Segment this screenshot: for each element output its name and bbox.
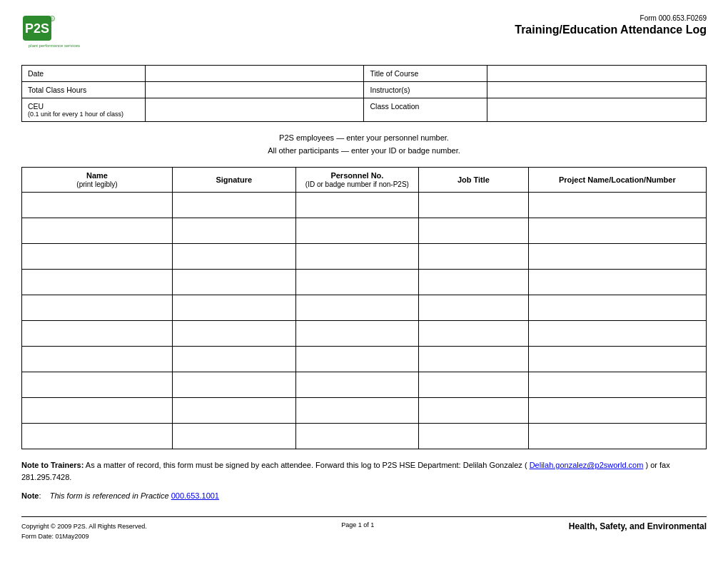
svg-text:®: ® bbox=[51, 17, 54, 21]
footer-page: Page 1 of 1 bbox=[341, 521, 374, 528]
proj-cell bbox=[528, 193, 706, 218]
pers-cell bbox=[295, 295, 419, 321]
proj-cell bbox=[528, 244, 706, 270]
table-row bbox=[22, 398, 707, 424]
name-cell bbox=[22, 347, 173, 372]
job-cell bbox=[419, 372, 528, 398]
job-cell bbox=[419, 244, 528, 270]
proj-cell bbox=[528, 372, 706, 398]
center-line2: All other participants — enter your ID o… bbox=[21, 145, 707, 158]
pers-cell bbox=[295, 193, 419, 218]
footer-center: Page 1 of 1 bbox=[341, 521, 374, 528]
center-line1: P2S employees — enter your personnel num… bbox=[21, 132, 707, 145]
name-cell bbox=[22, 295, 173, 321]
ceu-label: CEU (0.1 unit for every 1 hour of class) bbox=[22, 98, 146, 122]
form-title: Training/Education Attendance Log bbox=[515, 24, 707, 36]
info-table: Date Title of Course Total Class Hours I… bbox=[21, 65, 707, 122]
note-label: Note bbox=[21, 491, 39, 500]
pers-cell bbox=[295, 347, 419, 372]
footer-hse: Health, Safety, and Environmental bbox=[569, 521, 707, 531]
note-trainer-text: As a matter of record, this form must be… bbox=[86, 461, 527, 469]
job-cell bbox=[419, 218, 528, 244]
col-job-header: Job Title bbox=[419, 168, 528, 193]
note-italic-text: This form is referenced in Practice bbox=[50, 491, 171, 500]
class-location-label: Class Location bbox=[364, 98, 487, 122]
p2s-logo-svg: P2S ® plant performance services bbox=[21, 14, 86, 53]
pers-cell bbox=[295, 424, 419, 449]
job-cell bbox=[419, 424, 528, 449]
sig-cell bbox=[172, 270, 295, 295]
name-cell bbox=[22, 398, 173, 424]
center-text: P2S employees — enter your personnel num… bbox=[21, 132, 707, 157]
svg-text:plant performance services: plant performance services bbox=[29, 44, 80, 48]
logo: P2S ® plant performance services bbox=[21, 14, 86, 53]
pers-cell bbox=[295, 218, 419, 244]
class-hours-label: Total Class Hours bbox=[22, 82, 146, 98]
footer-copyright: Copyright © 2009 P2S. All Rights Reserve… bbox=[21, 521, 147, 531]
pers-cell bbox=[295, 321, 419, 347]
svg-text:P2S: P2S bbox=[25, 21, 49, 36]
class-location-value bbox=[487, 98, 707, 122]
date-row: Date Title of Course bbox=[22, 66, 707, 82]
col-name-header: Name (print legibly) bbox=[22, 168, 173, 193]
footer: Copyright © 2009 P2S. All Rights Reserve… bbox=[21, 516, 707, 542]
col-proj-header: Project Name/Location/Number bbox=[528, 168, 706, 193]
name-cell bbox=[22, 270, 173, 295]
sig-cell bbox=[172, 193, 295, 218]
title-label: Title of Course bbox=[364, 66, 487, 82]
date-label: Date bbox=[22, 66, 146, 82]
proj-cell bbox=[528, 270, 706, 295]
name-cell bbox=[22, 193, 173, 218]
job-cell bbox=[419, 270, 528, 295]
sig-cell bbox=[172, 398, 295, 424]
attendance-table: Name (print legibly) Signature Personnel… bbox=[21, 167, 707, 449]
name-cell bbox=[22, 244, 173, 270]
ceu-value bbox=[145, 98, 364, 122]
footer-right: Health, Safety, and Environmental bbox=[569, 521, 707, 531]
job-cell bbox=[419, 347, 528, 372]
name-cell bbox=[22, 372, 173, 398]
sig-cell bbox=[172, 321, 295, 347]
proj-cell bbox=[528, 295, 706, 321]
col-pers-header: Personnel No. (ID or badge number if non… bbox=[295, 168, 419, 193]
footer-left: Copyright © 2009 P2S. All Rights Reserve… bbox=[21, 521, 147, 542]
ceu-row: CEU (0.1 unit for every 1 hour of class)… bbox=[22, 98, 707, 122]
page-header: P2S ® plant performance services Form 00… bbox=[21, 14, 707, 53]
attendance-header-row: Name (print legibly) Signature Personnel… bbox=[22, 168, 707, 193]
form-info: Form 000.653.F0269 Training/Education At… bbox=[515, 14, 707, 36]
table-row bbox=[22, 193, 707, 218]
name-cell bbox=[22, 218, 173, 244]
table-row bbox=[22, 424, 707, 449]
job-cell bbox=[419, 321, 528, 347]
date-value bbox=[145, 66, 364, 82]
table-row bbox=[22, 372, 707, 398]
sig-cell bbox=[172, 295, 295, 321]
table-row bbox=[22, 244, 707, 270]
footer-form-date: Form Date: 01May2009 bbox=[21, 531, 147, 541]
proj-cell bbox=[528, 321, 706, 347]
pers-cell bbox=[295, 372, 419, 398]
table-row bbox=[22, 218, 707, 244]
name-cell bbox=[22, 321, 173, 347]
table-row bbox=[22, 270, 707, 295]
note-trainer: Note to Trainers: As a matter of record,… bbox=[21, 459, 707, 483]
practice-link[interactable]: 000.653.1001 bbox=[171, 491, 219, 500]
trainer-email-link[interactable]: Delilah.gonzalez@p2sworld.com bbox=[530, 461, 644, 469]
pers-cell bbox=[295, 398, 419, 424]
class-hours-row: Total Class Hours Instructor(s) bbox=[22, 82, 707, 98]
proj-cell bbox=[528, 398, 706, 424]
col-sig-header: Signature bbox=[172, 168, 295, 193]
instructors-value bbox=[487, 82, 707, 98]
logo-container: P2S ® plant performance services bbox=[21, 14, 86, 53]
pers-cell bbox=[295, 270, 419, 295]
form-number: Form 000.653.F0269 bbox=[515, 14, 707, 22]
table-row bbox=[22, 295, 707, 321]
job-cell bbox=[419, 193, 528, 218]
sig-cell bbox=[172, 244, 295, 270]
proj-cell bbox=[528, 347, 706, 372]
sig-cell bbox=[172, 372, 295, 398]
title-value bbox=[487, 66, 707, 82]
table-row bbox=[22, 321, 707, 347]
note-trainer-bold: Note to Trainers: bbox=[21, 461, 84, 469]
class-hours-value bbox=[145, 82, 364, 98]
